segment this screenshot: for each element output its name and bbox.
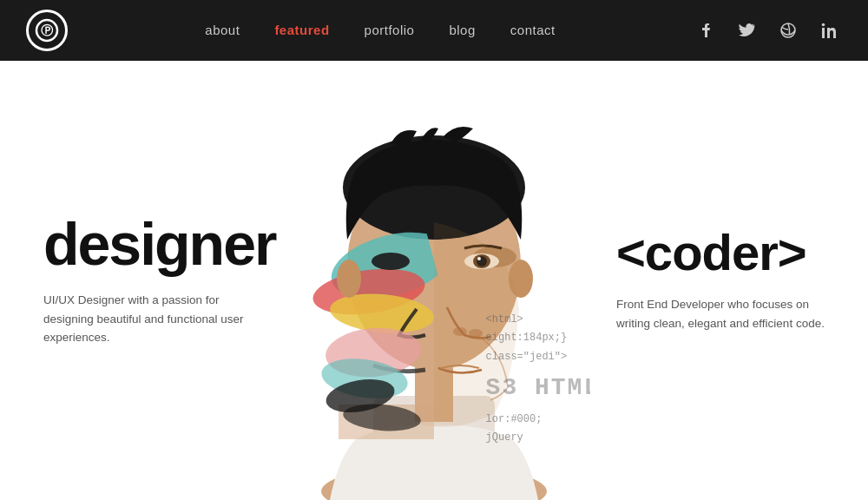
coder-section: <coder> Front End Developer who focuses … — [616, 227, 825, 332]
logo[interactable]: Ⓟ — [26, 10, 68, 51]
coder-description: Front End Developer who focuses on writi… — [616, 295, 825, 332]
twitter-icon[interactable] — [734, 18, 759, 43]
nav-item-portfolio[interactable]: portfolio — [365, 23, 415, 38]
svg-point-15 — [337, 260, 361, 298]
nav-link-blog[interactable]: blog — [449, 23, 475, 37]
code-overlay: <html> eight:184px;} class="jedi"> S3 HT… — [486, 311, 590, 448]
svg-rect-3 — [822, 28, 825, 38]
nav-link-portfolio[interactable]: portfolio — [365, 23, 415, 37]
nav-link-about[interactable]: about — [205, 23, 240, 37]
nav-menu: about featured portfolio blog contact — [68, 23, 693, 38]
nav-link-contact[interactable]: contact — [510, 23, 556, 37]
nav-item-contact[interactable]: contact — [510, 23, 556, 38]
svg-point-4 — [822, 23, 825, 27]
nav-link-featured[interactable]: featured — [274, 23, 329, 37]
hero-portrait: <html> eight:184px;} class="jedi"> S3 HT… — [278, 61, 590, 500]
social-links — [693, 18, 842, 43]
coder-title: <coder> — [616, 227, 825, 278]
code-line-5: lor:#000; — [486, 411, 590, 430]
facebook-icon[interactable] — [693, 18, 717, 43]
code-line-3: class="jedi"> — [486, 348, 590, 367]
designer-description: UI/UX Designer with a passion for design… — [43, 291, 252, 347]
designer-section: designer UI/UX Designer with a passion f… — [43, 214, 252, 347]
linkedin-icon[interactable] — [818, 18, 842, 43]
svg-point-14 — [372, 253, 410, 270]
svg-text:Ⓟ: Ⓟ — [41, 23, 54, 37]
designer-title: designer — [43, 214, 252, 273]
nav-item-featured[interactable]: featured — [274, 23, 329, 38]
dribbble-icon[interactable] — [776, 18, 800, 43]
code-line-4: S3 HTML5 — [486, 366, 590, 410]
nav-item-about[interactable]: about — [205, 23, 240, 38]
code-line-6: jQuery — [486, 429, 590, 448]
code-line-2: eight:184px;} — [486, 329, 590, 348]
hero-section: designer UI/UX Designer with a passion f… — [0, 61, 868, 500]
nav-item-blog[interactable]: blog — [449, 23, 475, 38]
logo-icon: Ⓟ — [35, 18, 59, 43]
code-line-1: <html> — [486, 311, 590, 330]
navbar: Ⓟ about featured portfolio blog contact — [0, 0, 868, 61]
